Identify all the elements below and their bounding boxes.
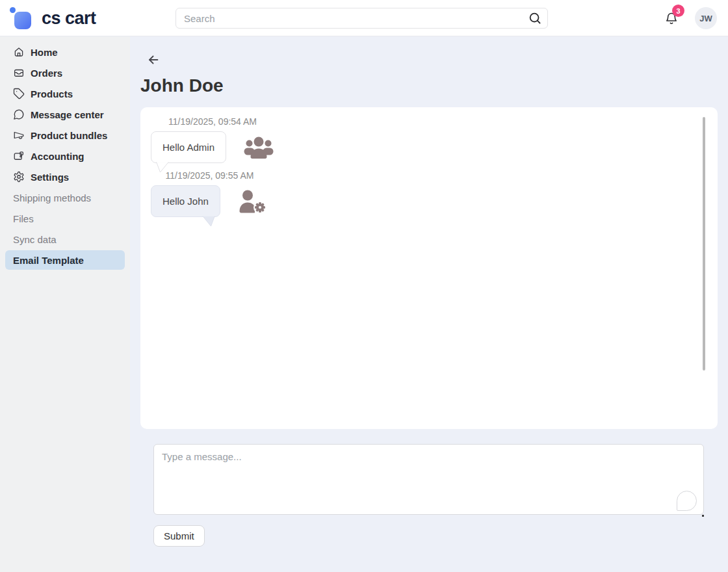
tag-icon [13, 88, 25, 99]
message-group: 11/19/2025, 09:55 AM Hello John [151, 170, 268, 217]
user-avatar[interactable]: JW [695, 7, 717, 29]
sidebar-item-email-template[interactable]: Email Template [5, 250, 125, 270]
wallet-icon [13, 150, 25, 162]
chat-bubble-outline-icon [677, 491, 697, 511]
notifications-button[interactable]: 3 [664, 10, 679, 26]
logo-text: cs cart [42, 8, 96, 29]
sidebar-item-accounting[interactable]: Accounting [0, 146, 130, 166]
users-group-icon [243, 135, 274, 160]
bubble-tail [202, 216, 216, 227]
back-arrow-icon [146, 53, 161, 67]
notification-count-badge: 3 [672, 5, 684, 17]
sidebar-item-files[interactable]: Files [0, 208, 130, 229]
sidebar-item-sync-data[interactable]: Sync data [0, 229, 130, 250]
sidebar-item-products[interactable]: Products [0, 83, 130, 104]
message-input[interactable] [153, 444, 704, 515]
sidebar-item-home[interactable]: Home [0, 42, 130, 62]
sidebar-item-orders[interactable]: Orders [0, 62, 130, 83]
chat-panel: 11/19/2025, 09:54 AM Hello Admin [140, 107, 718, 429]
main-content: John Doe 11/19/2025, 09:54 AM Hello Admi… [130, 36, 728, 572]
back-button[interactable] [146, 53, 161, 68]
message-timestamp: 11/19/2025, 09:54 AM [151, 116, 274, 127]
chat-scrollbar[interactable] [703, 117, 705, 370]
top-bar: cs cart 3 JW [0, 0, 728, 36]
search-bar [176, 8, 548, 29]
search-input[interactable] [176, 8, 548, 29]
message-bubble: Hello Admin [151, 131, 226, 163]
search-icon[interactable] [528, 11, 542, 25]
sidebar-item-shipping-methods[interactable]: Shipping methods [0, 187, 130, 208]
cs-cart-logo[interactable]: cs cart [10, 6, 96, 31]
sidebar: Home Orders Products Message center Prod… [0, 36, 130, 572]
message-group: 11/19/2025, 09:54 AM Hello Admin [151, 116, 274, 163]
textarea-resize-handle[interactable] [702, 515, 704, 517]
megaphone-icon [13, 129, 25, 141]
sidebar-item-settings[interactable]: Settings [0, 166, 130, 187]
bubble-tail [155, 162, 170, 173]
chat-bubble-icon [13, 109, 25, 120]
cs-cart-logo-icon [10, 6, 34, 31]
message-composer [153, 444, 704, 517]
submit-button[interactable]: Submit [153, 525, 205, 547]
message-bubble: Hello John [151, 185, 220, 217]
inbox-icon [13, 67, 25, 79]
sidebar-item-product-bundles[interactable]: Product bundles [0, 125, 130, 146]
home-icon [13, 46, 25, 58]
gear-icon [13, 171, 25, 183]
top-bar-actions: 3 JW [664, 0, 717, 36]
user-gear-icon [237, 188, 268, 214]
sidebar-item-message-center[interactable]: Message center [0, 104, 130, 125]
page-title: John Doe [140, 75, 728, 96]
